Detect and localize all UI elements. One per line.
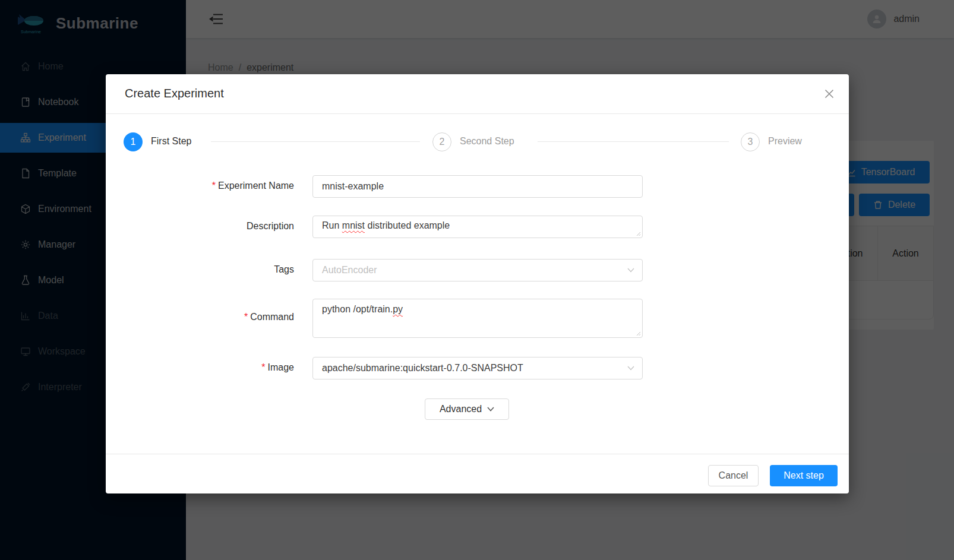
modal-footer: Cancel Next step [106,454,849,493]
required-mark: * [212,181,216,191]
step-connector-2 [538,141,729,142]
experiment-name-label: *Experiment Name [106,181,294,191]
chevron-down-icon [487,407,494,412]
misspelled-word: py [393,304,403,314]
tags-placeholder: AutoEncoder [322,265,377,275]
step-3-circle: 3 [741,132,760,151]
tags-select[interactable]: AutoEncoder [312,259,643,281]
image-select[interactable]: apache/submarine:quickstart-0.7.0-SNAPSH… [312,357,643,379]
required-mark: * [244,312,248,322]
next-step-button[interactable]: Next step [770,465,838,486]
advanced-button-label: Advanced [440,404,482,415]
step-1-label: First Step [151,136,191,147]
screen: Submarine Submarine Home Notebook Experi… [0,0,954,560]
step-3-label: Preview [768,136,802,147]
modal-header: Create Experiment [106,74,849,114]
misspelled-word: mnist [342,220,365,230]
command-textarea[interactable]: python /opt/train.py [312,299,643,338]
image-select-value: apache/submarine:quickstart-0.7.0-SNAPSH… [322,363,523,373]
step-connector-1 [211,141,420,142]
chevron-down-icon [627,268,634,273]
chevron-down-icon [627,366,634,371]
tags-label: Tags [106,264,294,275]
step-2-label: Second Step [460,136,514,147]
create-experiment-modal: Create Experiment 1 First Step 2 Second … [106,74,849,493]
cancel-button[interactable]: Cancel [708,465,759,486]
image-label: *Image [106,362,294,373]
step-1-circle: 1 [124,132,143,151]
experiment-name-input[interactable] [312,175,643,198]
resize-handle-icon[interactable] [635,330,641,336]
description-label: Description [106,221,294,232]
description-textarea[interactable]: Run mnist distributed example [312,216,643,238]
step-2-circle: 2 [432,132,451,151]
close-icon [824,88,835,99]
required-mark: * [261,362,265,372]
close-button[interactable] [822,86,837,102]
advanced-button[interactable]: Advanced [425,398,509,420]
command-label: *Command [106,312,294,322]
modal-title: Create Experiment [125,87,224,100]
resize-handle-icon[interactable] [635,230,641,236]
